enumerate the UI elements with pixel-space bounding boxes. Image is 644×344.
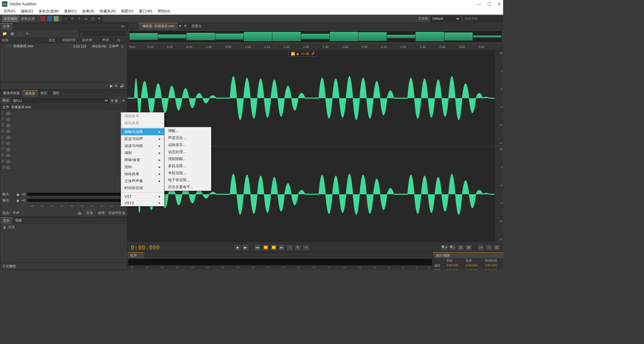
open-file-icon[interactable]: 📁: [2, 31, 8, 36]
effect-slot[interactable]: 10⏻▸: [0, 164, 127, 170]
submenu-dynamics[interactable]: 动态处理...: [165, 148, 211, 155]
tool-spectral-icon[interactable]: [53, 16, 59, 22]
menu-time-pitch[interactable]: 时间和音调: [121, 185, 164, 192]
sel-start[interactable]: 0:00.000: [445, 263, 465, 268]
favorite-icon[interactable]: ★: [122, 99, 125, 102]
view-start[interactable]: 0:00.000: [445, 268, 465, 270]
menu-noise[interactable]: 降噪/修复▸: [121, 156, 164, 163]
knob-icon[interactable]: ◉: [296, 52, 299, 56]
marquee-icon[interactable]: ▭: [83, 16, 89, 22]
effect-slot[interactable]: 7⏻▸: [0, 146, 127, 152]
lasso-icon[interactable]: ◯: [90, 16, 96, 22]
loop-button[interactable]: ↻: [294, 244, 302, 251]
skip-selection-button[interactable]: ⤳: [302, 244, 310, 251]
file-row[interactable]: ⁙⁙ 音频素材.wav 3:03.120 44100 Hz 立体声 1: [0, 43, 127, 49]
menu-file[interactable]: 文件(F): [1, 8, 18, 14]
submenu-speech-leveler[interactable]: 语音音量电平...: [165, 184, 211, 191]
auto-play-icon[interactable]: 🔊: [120, 84, 124, 88]
zoom-full-icon[interactable]: ⊡: [457, 244, 464, 251]
view-dur[interactable]: 3:03.120: [484, 268, 503, 270]
effect-slot[interactable]: 4⏻▸: [0, 128, 127, 134]
dropdown-icon[interactable]: ▾: [178, 24, 182, 28]
effect-slot[interactable]: 9⏻▸: [0, 158, 127, 164]
menu-delay[interactable]: 延迟与回声▸: [121, 135, 164, 142]
effect-slot[interactable]: 6⏻▸: [0, 140, 127, 146]
effect-slot[interactable]: 3⏻▸: [0, 122, 127, 128]
col-bit[interactable]: 位: [116, 37, 127, 43]
tab-waveform-editor[interactable]: 波形编辑: [2, 15, 19, 22]
close-tab-icon[interactable]: ✕: [182, 24, 188, 28]
go-start-button[interactable]: ⏮: [254, 244, 261, 251]
menu-multitrack[interactable]: 多轨合成(M): [36, 8, 62, 14]
close-button[interactable]: ✕: [497, 2, 501, 7]
submenu-amplify[interactable]: 增幅...: [165, 127, 211, 134]
submenu-channel-mixer[interactable]: 声道混合...: [165, 134, 211, 141]
menu-clip[interactable]: 素材(C): [61, 8, 79, 14]
col-samplerate[interactable]: 采样率: [81, 37, 101, 43]
zoom-selection-icon[interactable]: ⊞: [465, 244, 472, 251]
knob-icon[interactable]: ◉: [16, 193, 19, 196]
menu-edit[interactable]: 编辑(E): [18, 8, 36, 14]
tab-editor[interactable]: 编辑器: 音频素材.wav: [139, 23, 178, 29]
zoom-out-v-icon[interactable]: ↕-: [485, 244, 492, 251]
menu-filter[interactable]: 滤波与均衡▸: [121, 142, 164, 149]
tab-media-browser[interactable]: 媒体浏览器: [0, 90, 22, 97]
new-file-icon[interactable]: ▦: [9, 31, 15, 36]
tab-multitrack-editor[interactable]: 多轨合成: [19, 15, 37, 22]
menu-effects[interactable]: 效果(S): [79, 8, 97, 14]
power-icon[interactable]: ⏻: [78, 211, 81, 215]
sel-end[interactable]: 0:00.000: [465, 263, 484, 268]
tab-effects-rack[interactable]: 效果架: [22, 90, 38, 97]
zoom-reset-v-icon[interactable]: ⊡: [493, 244, 500, 251]
apply-button[interactable]: 应用: [84, 210, 95, 216]
col-duration[interactable]: 持续时间: [61, 37, 81, 43]
menu-reverb[interactable]: 混响▸: [121, 163, 164, 170]
menu-view[interactable]: 视图(V): [118, 8, 136, 14]
effect-slot[interactable]: 5⏻▸: [0, 134, 127, 140]
go-end-button[interactable]: ⏭: [278, 244, 285, 251]
submenu-tube[interactable]: 电子管压限...: [165, 177, 211, 184]
maximize-button[interactable]: ☐: [487, 2, 491, 7]
menu-favorites[interactable]: 收藏夹(R): [97, 8, 118, 14]
col-name[interactable]: 名称: [0, 37, 47, 43]
menu-modulation[interactable]: 调制▸: [121, 149, 164, 156]
minimize-button[interactable]: —: [477, 2, 481, 7]
history-item[interactable]: 🗎打开: [0, 224, 127, 231]
move-tool-icon[interactable]: ↔: [63, 16, 69, 22]
zoom-in-icon[interactable]: 🔍+: [441, 244, 448, 251]
files-tab[interactable]: 文件: [0, 23, 12, 30]
panel-grip-icon[interactable]: ⋮⋮: [127, 24, 139, 28]
play-icon[interactable]: ▶: [110, 84, 113, 88]
preset-select[interactable]: (默认): [11, 98, 109, 103]
rewind-button[interactable]: ⏪: [262, 244, 269, 251]
tab-properties[interactable]: 属性: [50, 90, 62, 97]
loop-icon[interactable]: ↻: [115, 84, 118, 88]
menu-vst3[interactable]: VST3▸: [121, 200, 164, 206]
col-channels[interactable]: 声道: [101, 37, 116, 43]
power-icon[interactable]: ⏻: [6, 111, 11, 115]
zoom-in-v-icon[interactable]: ↕+: [477, 244, 484, 251]
panel-menu-icon[interactable]: ▾≡: [119, 24, 127, 28]
gain-hud[interactable]: 📶◉+0 dB📌: [288, 51, 317, 57]
record-button[interactable]: ●: [286, 244, 293, 251]
effect-slot[interactable]: 1⏻▸: [0, 110, 127, 116]
effect-slot[interactable]: 2⏻▸: [0, 116, 127, 122]
forward-button[interactable]: ⏩: [270, 244, 277, 251]
pin-icon[interactable]: 📌: [311, 52, 315, 56]
waveform-overview[interactable]: [128, 30, 502, 43]
save-preset-icon[interactable]: ⬇: [111, 99, 113, 102]
razor-tool-icon[interactable]: ✂: [69, 16, 75, 22]
tab-history[interactable]: 历史: [0, 217, 12, 224]
search-help-input[interactable]: [463, 16, 503, 22]
view-end[interactable]: 3:03.120: [465, 268, 484, 270]
menu-stereo[interactable]: 立体声声像▸: [121, 178, 164, 185]
tool-blue-icon[interactable]: [47, 16, 53, 22]
timecode-display[interactable]: 0:00.000: [127, 244, 163, 251]
menu-window[interactable]: 窗口(W): [136, 8, 155, 14]
stop-button[interactable]: ■: [234, 244, 241, 251]
tab-mixer[interactable]: 混音台: [188, 23, 205, 29]
menu-special[interactable]: 特殊效果▸: [121, 170, 164, 178]
effect-slot[interactable]: 8⏻▸: [0, 152, 127, 158]
import-icon[interactable]: ⬚: [16, 31, 22, 36]
tab-markers[interactable]: 标记: [38, 90, 50, 97]
